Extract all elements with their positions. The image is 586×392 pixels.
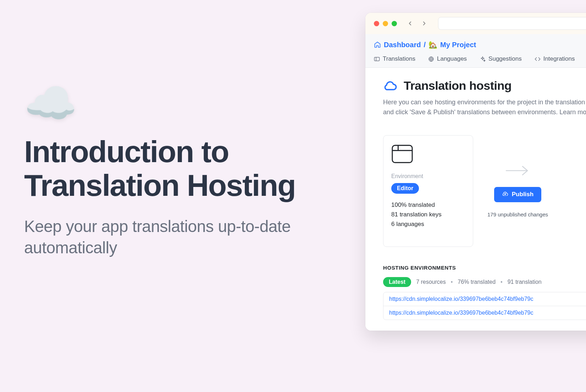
cloud-upload-icon — [502, 191, 508, 199]
cdn-url-row[interactable]: https://cdn.simplelocalize.io/339697be6b… — [383, 292, 586, 306]
environment-label: Environment — [391, 173, 465, 180]
back-button[interactable] — [407, 20, 413, 27]
translations-icon — [374, 56, 380, 62]
svg-rect-3 — [392, 145, 412, 162]
dot-separator: • — [451, 279, 453, 285]
browser-title-bar — [365, 13, 586, 34]
sparkle-icon — [480, 56, 486, 62]
latest-pill: Latest — [383, 277, 411, 287]
hosting-keys: 91 translation — [508, 279, 542, 285]
tab-label: Integrations — [543, 55, 575, 62]
tab-languages[interactable]: Languages — [428, 55, 467, 67]
url-bar[interactable] — [438, 17, 586, 30]
publish-button[interactable]: Publish — [494, 187, 541, 202]
hosting-translated: 76% translated — [458, 279, 496, 285]
traffic-lights — [374, 21, 397, 26]
tab-label: Suggestions — [488, 55, 522, 62]
project-emoji: 🏡 — [429, 40, 437, 49]
browser-window: Dashboard / 🏡 My Project Translations La… — [365, 13, 586, 331]
environment-card: Environment Editor 100% translated 81 tr… — [383, 135, 473, 247]
tabs: Translations Languages Suggestions Integ… — [374, 55, 586, 67]
code-icon — [535, 56, 541, 62]
page-title: Translation hosting — [404, 79, 512, 93]
hosting-environments-heading: HOSTING ENVIRONMENTS — [383, 265, 586, 271]
page-headline: Introduction to Translation Hosting — [24, 135, 343, 202]
page-description: Here you can see hosting environments fo… — [383, 98, 586, 117]
publish-button-label: Publish — [512, 191, 534, 198]
globe-icon — [428, 56, 434, 62]
svg-rect-0 — [374, 57, 379, 61]
arrow-right-icon — [505, 165, 530, 178]
dot-separator: • — [501, 279, 503, 285]
tab-label: Translations — [383, 55, 415, 62]
url-list: https://cdn.simplelocalize.io/339697be6b… — [383, 292, 586, 320]
env-stat-keys: 81 translation keys — [391, 210, 465, 219]
env-stat-translated: 100% translated — [391, 200, 465, 210]
tab-translations[interactable]: Translations — [374, 55, 415, 67]
hosting-meta: Latest 7 resources • 76% translated • 91… — [383, 277, 586, 287]
forward-button[interactable] — [421, 20, 427, 27]
tab-integrations[interactable]: Integrations — [535, 55, 575, 67]
breadcrumb: Dashboard / 🏡 My Project — [374, 40, 586, 49]
tab-label: Languages — [437, 55, 467, 62]
minimize-window-button[interactable] — [383, 21, 388, 26]
env-stat-languages: 6 languages — [391, 219, 465, 229]
maximize-window-button[interactable] — [392, 21, 397, 26]
cdn-url-row[interactable]: https://cdn.simplelocalize.io/339697be6b… — [383, 306, 586, 320]
close-window-button[interactable] — [374, 21, 379, 26]
breadcrumb-separator: / — [424, 41, 426, 49]
home-icon — [374, 41, 381, 48]
breadcrumb-dashboard[interactable]: Dashboard — [384, 41, 421, 49]
cloud-emoji: ☁️ — [24, 82, 343, 124]
editor-pill: Editor — [391, 183, 419, 194]
cloud-icon — [383, 78, 397, 93]
window-icon — [391, 144, 465, 165]
unpublished-changes: 179 unpublished changes — [487, 211, 548, 217]
hosting-resources: 7 resources — [416, 279, 446, 285]
breadcrumb-project[interactable]: My Project — [440, 41, 476, 49]
page-subhead: Keep your app translations up-to-date au… — [24, 216, 343, 259]
tab-suggestions[interactable]: Suggestions — [480, 55, 522, 67]
